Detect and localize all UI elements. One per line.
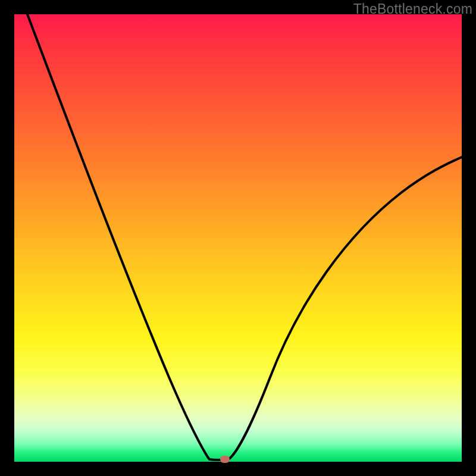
curve-layer — [14, 14, 462, 462]
bottleneck-chart — [14, 14, 462, 462]
bottleneck-curve — [27, 14, 462, 460]
outer-frame: TheBottleneck.com — [0, 0, 476, 476]
optimal-point-marker — [220, 456, 230, 463]
